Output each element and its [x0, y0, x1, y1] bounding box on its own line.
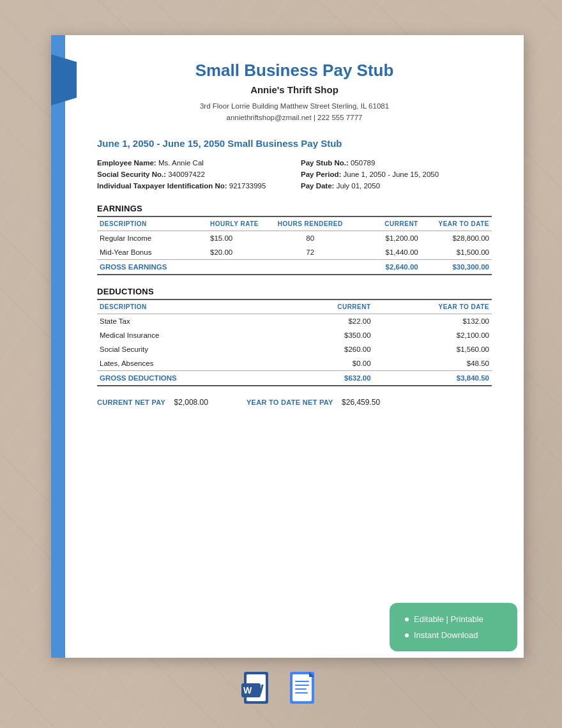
earnings-hours: 72: [271, 245, 350, 260]
blue-ribbon-accent: [51, 54, 77, 105]
document: Small Business Pay Stub Annie's Thrift S…: [51, 35, 524, 658]
svg-rect-8: [295, 685, 309, 686]
deduction-ytd: $48.50: [374, 356, 492, 371]
deductions-row: Medical Insurance $350.00 $2,100.00: [97, 328, 492, 342]
address-line2: anniethriftshop@zmail.net | 222 555 7777: [227, 114, 363, 121]
employee-name-label: Employee Name:: [97, 159, 156, 167]
employee-name-field: Employee Name: Ms. Annie Cal: [97, 159, 288, 167]
document-content: Small Business Pay Stub Annie's Thrift S…: [65, 35, 524, 658]
gross-earnings-current: $2,640.00: [350, 259, 421, 275]
earnings-current: $1,440.00: [350, 245, 421, 260]
gross-deductions-current: $632.00: [255, 370, 373, 386]
deductions-row: Social Security $260.00 $1,560.00: [97, 342, 492, 356]
earnings-col-hours: HOURS RENDERED: [271, 216, 350, 231]
bullet-icon-1: [405, 618, 409, 621]
earnings-heading: EARNINGS: [97, 204, 492, 213]
gross-deductions-ytd: $3,840.50: [374, 370, 492, 386]
ssn-label: Social Security No.:: [97, 171, 166, 178]
gross-deductions-label: GROSS DEDUCTIONS: [97, 370, 255, 386]
company-name: Annie's Thrift Shop: [97, 84, 492, 95]
svg-rect-10: [295, 692, 308, 694]
svg-rect-9: [295, 688, 307, 690]
ytd-net-pay: YEAR TO DATE NET PAY $26,459.50: [247, 398, 380, 407]
gross-deductions-row: GROSS DEDUCTIONS $632.00 $3,840.50: [97, 370, 492, 386]
deduction-current: $0.00: [255, 356, 373, 371]
gross-earnings-label: GROSS EARNINGS: [97, 259, 350, 275]
net-pay-section: CURRENT NET PAY $2,008.00 YEAR TO DATE N…: [97, 398, 492, 407]
period-title: June 1, 2050 - June 15, 2050 Small Busin…: [97, 138, 492, 149]
deduction-description: Medical Insurance: [97, 328, 255, 342]
pay-period-field: Pay Period: June 1, 2050 - June 15, 2050: [301, 171, 492, 178]
deduction-description: State Tax: [97, 314, 255, 328]
pay-period-value: June 1, 2050 - June 15, 2050: [343, 171, 439, 178]
bullet-icon-2: [405, 633, 409, 637]
svg-rect-6: [292, 674, 312, 701]
earnings-ytd: $1,500.00: [421, 245, 492, 260]
company-address: 3rd Floor Lorrie Building Matthew Street…: [97, 100, 492, 124]
earnings-col-description: DESCRIPTION: [97, 216, 208, 231]
badge-label-2: Instant Download: [414, 630, 478, 640]
ytd-net-pay-value: $26,459.50: [342, 398, 380, 407]
deductions-col-ytd: YEAR TO DATE: [374, 300, 492, 314]
current-net-pay: CURRENT NET PAY $2,008.00: [97, 398, 208, 407]
deductions-row: State Tax $22.00 $132.00: [97, 314, 492, 328]
earnings-row: Mid-Year Bonus $20.00 72 $1,440.00 $1,50…: [97, 245, 492, 260]
badge-item-1: Editable | Printable: [405, 614, 502, 624]
deduction-current: $260.00: [255, 342, 373, 356]
earnings-description: Regular Income: [97, 231, 208, 245]
deduction-ytd: $2,100.00: [374, 328, 492, 342]
deductions-row: Lates, Absences $0.00 $48.50: [97, 356, 492, 371]
gross-earnings-row: GROSS EARNINGS $2,640.00 $30,300.00: [97, 259, 492, 275]
earnings-hourly-rate: $20.00: [208, 245, 271, 260]
deduction-ytd: $1,560.00: [374, 342, 492, 356]
deductions-col-description: DESCRIPTION: [97, 300, 255, 314]
employee-name-value: Ms. Annie Cal: [158, 159, 204, 167]
current-net-pay-label: CURRENT NET PAY: [97, 398, 165, 406]
itin-value: 921733995: [229, 182, 266, 190]
itin-label: Individual Taxpayer Identification No:: [97, 182, 227, 190]
pay-date-field: Pay Date: July 01, 2050: [301, 182, 492, 190]
document-title: Small Business Pay Stub: [97, 61, 492, 80]
deduction-description: Lates, Absences: [97, 356, 255, 371]
bottom-icons: W W: [241, 672, 321, 710]
earnings-col-ytd: YEAR TO DATE: [421, 216, 492, 231]
deduction-ytd: $132.00: [374, 314, 492, 328]
ssn-value: 340097422: [168, 171, 205, 178]
deductions-col-current: CURRENT: [255, 300, 373, 314]
pay-date-value: July 01, 2050: [337, 182, 380, 190]
ytd-net-pay-label: YEAR TO DATE NET PAY: [247, 398, 333, 406]
info-grid: Employee Name: Ms. Annie Cal Pay Stub No…: [97, 159, 492, 190]
address-line1: 3rd Floor Lorrie Building Matthew Street…: [200, 102, 389, 110]
earnings-current: $1,200.00: [350, 231, 421, 245]
earnings-hours: 80: [271, 231, 350, 245]
earnings-col-current: CURRENT: [350, 216, 421, 231]
itin-field: Individual Taxpayer Identification No: 9…: [97, 182, 288, 190]
pay-stub-no-label: Pay Stub No.:: [301, 159, 349, 167]
earnings-col-hourly-rate: HOURLY RATE: [208, 216, 271, 231]
features-badge: Editable | Printable Instant Download: [390, 603, 517, 651]
earnings-ytd: $28,800.00: [421, 231, 492, 245]
deduction-current: $350.00: [255, 328, 373, 342]
deduction-description: Social Security: [97, 342, 255, 356]
current-net-pay-value: $2,008.00: [174, 398, 208, 407]
blue-ribbon: [51, 35, 65, 658]
earnings-table: DESCRIPTION HOURLY RATE HOURS RENDERED C…: [97, 216, 492, 275]
deduction-current: $22.00: [255, 314, 373, 328]
pay-date-label: Pay Date:: [301, 182, 334, 190]
earnings-hourly-rate: $15.00: [208, 231, 271, 245]
docs-icon[interactable]: [287, 672, 321, 710]
ssn-field: Social Security No.: 340097422: [97, 171, 288, 178]
deductions-table: DESCRIPTION CURRENT YEAR TO DATE State T…: [97, 299, 492, 386]
earnings-description: Mid-Year Bonus: [97, 245, 208, 260]
badge-item-2: Instant Download: [405, 630, 502, 640]
word-icon[interactable]: W W: [241, 672, 275, 710]
pay-period-label: Pay Period:: [301, 171, 341, 178]
gross-earnings-ytd: $30,300.00: [421, 259, 492, 275]
svg-text:W: W: [243, 685, 252, 695]
earnings-row: Regular Income $15.00 80 $1,200.00 $28,8…: [97, 231, 492, 245]
badge-label-1: Editable | Printable: [414, 614, 483, 624]
pay-stub-no-value: 050789: [351, 159, 375, 167]
pay-stub-no-field: Pay Stub No.: 050789: [301, 159, 492, 167]
deductions-heading: DEDUCTIONS: [97, 287, 492, 296]
svg-rect-7: [295, 681, 309, 682]
